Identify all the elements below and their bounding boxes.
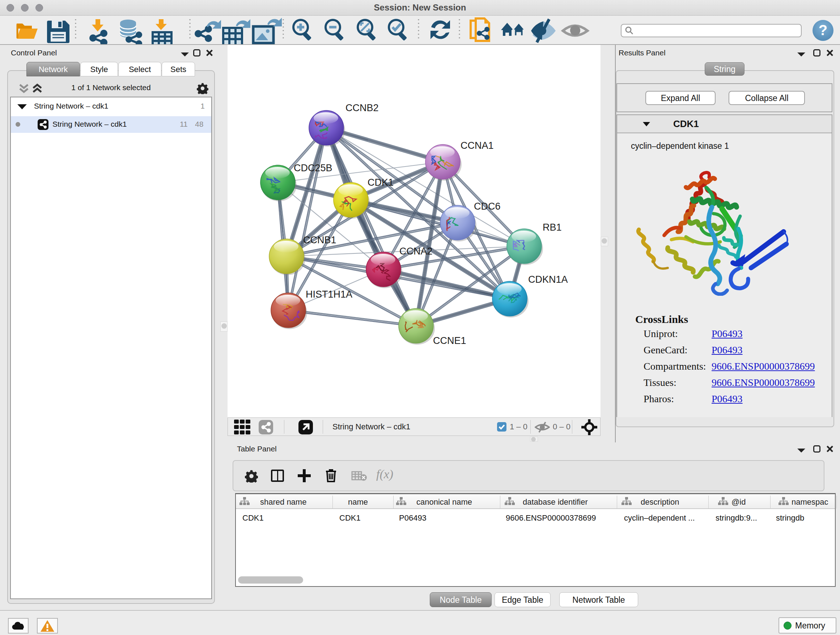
svg-text:CCNB1: CCNB1	[303, 234, 336, 245]
svg-text:CDC25B: CDC25B	[294, 163, 332, 173]
svg-text:CCNA1: CCNA1	[461, 140, 494, 151]
svg-text:CDK1: CDK1	[368, 177, 393, 188]
svg-text:CDC6: CDC6	[474, 201, 501, 212]
svg-text:RB1: RB1	[543, 222, 562, 233]
svg-text:CCNA2: CCNA2	[399, 246, 433, 257]
svg-text:CCNE1: CCNE1	[433, 335, 466, 346]
svg-text:CDKN1A: CDKN1A	[528, 274, 568, 285]
svg-text:HIST1H1A: HIST1H1A	[306, 289, 352, 300]
svg-text:CCNB2: CCNB2	[346, 103, 379, 113]
